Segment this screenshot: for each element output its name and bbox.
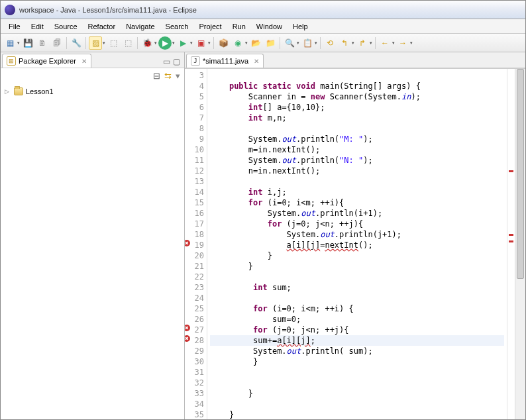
toolbar-separator: [320, 37, 321, 49]
search-button[interactable]: 🔍: [283, 36, 296, 50]
coverage-dropdown-icon[interactable]: ▾: [208, 40, 211, 46]
open-folder-button[interactable]: 📂: [249, 36, 262, 50]
menu-source[interactable]: Source: [49, 21, 83, 32]
menu-file[interactable]: File: [3, 21, 26, 32]
explorer-tab-bar: ⊞ Package Explorer ✕ ▭ ▢: [1, 52, 184, 68]
build-button[interactable]: 🔧: [70, 36, 83, 50]
project-tree-item[interactable]: ▷ Lesson1: [5, 86, 180, 97]
new-dropdown-icon[interactable]: ▾: [17, 40, 20, 46]
toolbar-separator: [66, 37, 67, 49]
menu-refactor[interactable]: Refactor: [83, 21, 121, 32]
scrollbar-track: [515, 69, 525, 419]
coverage-button[interactable]: ▣: [194, 36, 207, 50]
maximize-view-icon[interactable]: ▢: [173, 57, 180, 66]
minimize-view-icon[interactable]: ▭: [163, 57, 170, 66]
editor-tab-bar: J *sima111.java ✕: [185, 52, 525, 68]
window-titlebar: workspace - Java - Lesson1/src/sima111.j…: [1, 1, 525, 19]
print-button[interactable]: 🗐: [50, 36, 64, 50]
editor-tab[interactable]: J *sima111.java ✕: [186, 54, 264, 68]
project-folder-icon: [14, 87, 23, 95]
menu-navigate[interactable]: Navigate: [121, 21, 160, 32]
java-file-icon: J: [191, 56, 200, 66]
error-marker[interactable]: [509, 240, 513, 242]
collapse-all-icon[interactable]: ⊟: [153, 71, 160, 81]
line-number-gutter[interactable]: 3456789101112131415161718192021222324252…: [185, 69, 207, 419]
editor-area: 3456789101112131415161718192021222324252…: [185, 68, 525, 419]
close-tab-icon[interactable]: ✕: [81, 58, 87, 65]
new-button[interactable]: ▦: [3, 36, 17, 50]
new-class-button[interactable]: ◉: [231, 36, 244, 50]
error-marker[interactable]: [509, 170, 513, 172]
editor-tab-title: *sima111.java: [203, 57, 248, 65]
view-menu-icon[interactable]: ▾: [176, 71, 180, 81]
open-task-button[interactable]: ⬚: [121, 36, 134, 50]
project-name: Lesson1: [26, 87, 54, 95]
eclipse-icon: [5, 5, 15, 15]
new-package-button[interactable]: 📦: [217, 36, 230, 50]
editor-panel: J *sima111.java ✕ 3456789101112131415161…: [185, 52, 525, 419]
toolbar-separator: [280, 37, 280, 49]
package-explorer-title: Package Explorer: [19, 57, 76, 65]
dropdown-icon[interactable]: ▾: [103, 40, 105, 46]
annotation-dropdown-icon[interactable]: ▾: [315, 40, 317, 46]
expand-arrow-icon[interactable]: ▷: [5, 88, 11, 95]
run-dropdown-icon[interactable]: ▾: [172, 40, 175, 46]
open-file-button[interactable]: 📁: [264, 36, 277, 50]
new-class-dropdown-icon[interactable]: ▾: [245, 40, 248, 46]
dropdown-icon[interactable]: ▾: [352, 40, 354, 46]
run-last-dropdown-icon[interactable]: ▾: [190, 40, 193, 46]
toolbar-separator: [375, 37, 376, 49]
explorer-view-toolbar: ▭ ▢: [160, 56, 183, 68]
menu-help[interactable]: Help: [288, 21, 313, 32]
toolbar-separator: [137, 37, 138, 49]
scrollbar-thumb[interactable]: [517, 69, 524, 279]
menu-project[interactable]: Project: [193, 21, 227, 32]
forward-dropdown-icon[interactable]: ▾: [410, 40, 413, 46]
run-button[interactable]: ▶: [158, 36, 172, 50]
project-tree[interactable]: ▷ Lesson1: [1, 83, 184, 419]
explorer-sub-toolbar: ⊟ ⇆ ▾: [1, 68, 184, 83]
menu-bar: File Edit Source Refactor Navigate Searc…: [1, 19, 525, 34]
window-title: workspace - Java - Lesson1/src/sima111.j…: [19, 6, 197, 14]
toolbar-separator: [213, 37, 214, 49]
back-button[interactable]: ←: [378, 36, 392, 50]
menu-edit[interactable]: Edit: [26, 21, 49, 32]
dropdown-icon[interactable]: ▾: [370, 40, 372, 46]
run-last-button[interactable]: ▶: [176, 36, 189, 50]
save-button[interactable]: 💾: [21, 36, 34, 50]
debug-dropdown-icon[interactable]: ▾: [154, 40, 157, 46]
code-editor[interactable]: public static void main(String[] args) {…: [207, 69, 507, 419]
vertical-scrollbar[interactable]: [515, 69, 525, 419]
main-toolbar: ▦▾ 💾 🗎 🗐 🔧 ▨ ▾ ⬚ ⬚ 🐞▾ ▶▾ ▶▾ ▣▾ 📦 ◉▾ 📂 📁 …: [1, 34, 525, 52]
back-dropdown-icon[interactable]: ▾: [392, 40, 395, 46]
annotation-button[interactable]: 📋: [301, 36, 314, 50]
package-explorer-panel: ⊞ Package Explorer ✕ ▭ ▢ ⊟ ⇆ ▾ ▷ Lesson1: [1, 52, 185, 419]
toggle-breadcrumb-button[interactable]: ▨: [89, 36, 102, 50]
menu-window[interactable]: Window: [251, 21, 288, 32]
forward-button[interactable]: →: [396, 36, 409, 50]
overview-ruler[interactable]: [507, 69, 515, 419]
error-marker[interactable]: [509, 234, 513, 236]
menu-run[interactable]: Run: [227, 21, 251, 32]
menu-search[interactable]: Search: [160, 21, 194, 32]
prev-annotation-button[interactable]: ↰: [338, 36, 351, 50]
next-annotation-button[interactable]: ↱: [356, 36, 369, 50]
workspace: ⊞ Package Explorer ✕ ▭ ▢ ⊟ ⇆ ▾ ▷ Lesson1: [1, 52, 525, 419]
toolbar-separator: [85, 37, 86, 49]
search-dropdown-icon[interactable]: ▾: [297, 40, 299, 46]
package-icon: ⊞: [7, 56, 16, 66]
close-editor-tab-icon[interactable]: ✕: [254, 58, 259, 65]
link-editor-icon[interactable]: ⇆: [164, 71, 172, 81]
debug-button[interactable]: 🐞: [140, 36, 154, 50]
prev-edit-button[interactable]: ⟲: [323, 36, 337, 50]
open-type-button[interactable]: ⬚: [107, 36, 120, 50]
package-explorer-tab[interactable]: ⊞ Package Explorer ✕: [2, 54, 91, 68]
save-all-button[interactable]: 🗎: [36, 36, 49, 50]
